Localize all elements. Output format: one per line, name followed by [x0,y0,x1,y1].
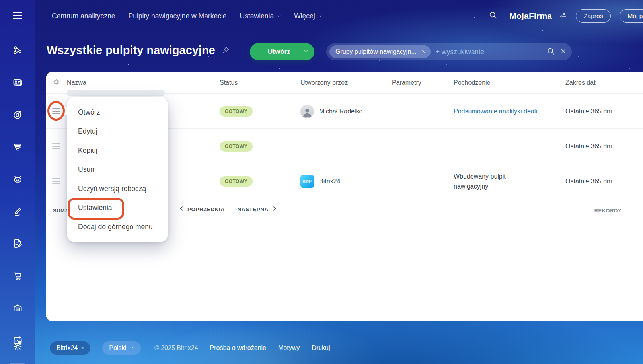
network-icon [12,45,23,57]
sidebar-item-sales-funnel[interactable] [7,137,28,158]
b24-tile-text: B24 [302,179,310,184]
nav-label: Ustawienia [240,12,274,20]
cell-origin: Wbudowany pulpit nawigacyjny [454,171,565,191]
menu-item-add-to-top-menu[interactable]: Dodaj do górnego menu [67,217,168,236]
sidebar [0,0,35,364]
sidebar-item-settings[interactable] [0,341,35,354]
filter-chip-dashboard-groups[interactable]: Grupy pulpitów nawigacyjn... [329,45,431,58]
nav-item-analytics-hub[interactable]: Centrum analityczne [52,12,115,20]
reg-mark: ® [81,346,84,350]
creator-name: Michał Radełko [319,108,362,115]
sidebar-item-store[interactable] [7,266,28,287]
footer-brand-label: Bitrix24 [57,345,78,352]
menu-item-delete[interactable]: Usuń [67,160,168,179]
status-badge: GOTOWY [220,176,253,187]
sidebar-item-ai[interactable] [7,169,28,190]
search-icon[interactable] [489,11,497,21]
chip-close-icon[interactable] [421,48,426,55]
redacted-dashboard-name [67,90,165,96]
bitrix24-app-icon: B24® [300,175,314,188]
create-button[interactable]: Utwórz [250,43,298,60]
gear-icon [12,341,23,354]
target-arrow-icon [12,109,23,122]
portal-name[interactable]: MojaFirma [509,11,552,21]
warehouse-icon [12,303,23,315]
sidebar-item-documents[interactable] [7,234,28,255]
origin-link[interactable]: Podsumowanie analityki deali [454,108,537,115]
copyright: © 2025 Bitrix24 [154,345,198,352]
sidebar-item-network[interactable] [7,41,28,61]
pagination-prev-label: POPRZEDNIA [187,206,225,212]
sidebar-item-crm[interactable] [7,73,28,93]
main-menu-icon[interactable] [12,11,23,21]
filter-search-icon[interactable] [547,47,555,57]
cell-creator[interactable]: Michał Radełko [300,105,392,118]
ai-robot-icon [12,174,23,186]
chevron-down-icon [303,48,309,55]
footer-link-implementation[interactable]: Prośba o wdrożenie [210,345,266,352]
create-button-label: Utwórz [268,48,290,56]
cell-date-range: Ostatnie 365 dni [565,176,643,186]
reg-mark: ® [310,180,312,183]
create-dropdown-button[interactable] [298,43,314,60]
top-navigation: Centrum analityczne Pulpity nawigacyjne … [35,0,643,32]
menu-item-copy[interactable]: Kopiuj [67,141,168,160]
menu-item-edit[interactable]: Edytuj [67,122,168,141]
filter-search-bar[interactable]: Grupy pulpitów nawigacyjn... [326,43,572,60]
creator-name: Bitrix24 [319,178,340,185]
search-input[interactable] [436,48,547,56]
cell-origin: Podsumowanie analityki deali [454,106,565,116]
menu-item-settings[interactable]: Ustawienia [67,198,168,217]
sidebar-item-warehouse[interactable] [7,298,28,319]
sidebar-item-esign[interactable] [7,202,28,222]
pagination: POPRZEDNIA NASTĘPNA [179,206,277,212]
cell-status: GOTOWY [220,106,300,117]
column-header-parametry[interactable]: Parametry [392,79,454,86]
pin-icon[interactable] [221,44,230,57]
sliders-icon[interactable] [559,11,567,21]
filter-chip-label: Grupy pulpitów nawigacyjn... [335,48,417,55]
create-button-group: Utwórz [250,43,314,60]
nav-item-more[interactable]: Więcej [294,12,322,20]
invite-button[interactable]: Zaproś [576,9,611,23]
nav-label: Pulpity nawigacyjne w Markecie [129,12,227,20]
footer-link-themes[interactable]: Motywy [278,345,300,352]
row-menu-handle-icon[interactable] [52,178,60,185]
chevron-down-icon [277,12,281,20]
my-plan-button[interactable]: Mój plan [620,9,643,23]
column-header-nazwa[interactable]: Nazwa [67,79,220,86]
row-menu-handle-icon[interactable] [52,108,60,115]
filter-clear-icon[interactable] [560,48,566,56]
user-avatar [300,105,314,118]
pagination-previous[interactable]: POPRZEDNIA [179,206,225,212]
menu-item-open[interactable]: Otwórz [67,103,168,122]
document-edit-icon [12,238,23,251]
nav-label: Więcej [294,12,315,20]
column-header-status[interactable]: Status [220,79,300,86]
language-label: Polski [109,345,126,352]
cell-status: GOTOWY [220,176,300,187]
nav-item-market-dashboards[interactable]: Pulpity nawigacyjne w Markecie [129,12,227,20]
cell-creator[interactable]: B24® Bitrix24 [300,175,392,188]
language-selector[interactable]: Polski [102,341,141,355]
sidebar-item-marketing[interactable] [7,105,28,126]
nav-label: Centrum analityczne [52,12,115,20]
chevron-down-icon [129,345,134,352]
chevron-right-icon [272,206,277,212]
footer-link-print[interactable]: Drukuj [312,345,330,352]
column-header-pochodzenie[interactable]: Pochodzenie [454,79,565,86]
pagination-next-label: NASTĘPNA [238,206,269,212]
pagination-next[interactable]: NASTĘPNA [238,206,277,212]
chevron-left-icon [179,206,184,212]
table-settings-gear-icon[interactable] [53,78,60,87]
footer-brand-button[interactable]: Bitrix24® [50,341,90,355]
column-header-utworzony[interactable]: Utworzony przez [300,79,392,86]
esignature-pen-icon [12,206,23,218]
nav-item-settings[interactable]: Ustawienia [240,12,281,20]
page-footer: Bitrix24® Polski © 2025 Bitrix24 Prośba … [45,332,643,364]
row-menu-handle-icon[interactable] [52,143,60,150]
column-header-zakres[interactable]: Zakres dat [565,79,643,86]
crm-contact-card-icon [12,77,23,90]
menu-item-make-draft[interactable]: Uczyń wersją roboczą [67,179,168,198]
cell-date-range: Ostatnie 365 dni [565,141,643,151]
